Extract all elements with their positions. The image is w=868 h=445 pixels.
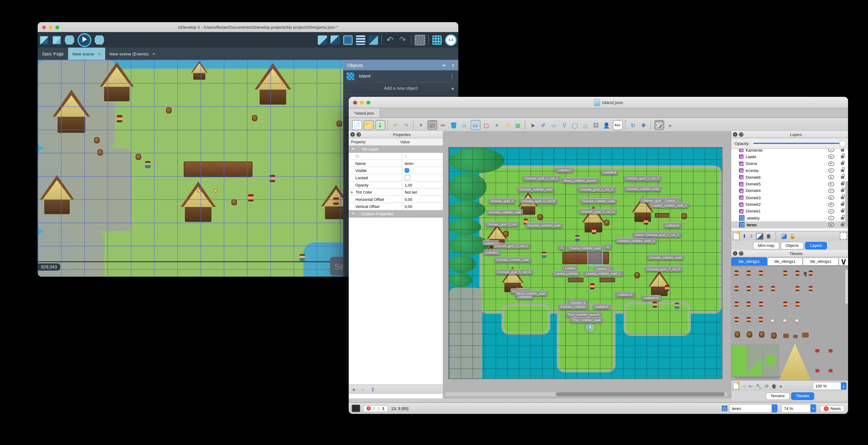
map-zoom-combo[interactable]: 74 % ∨ xyxy=(781,404,816,413)
tileset-view[interactable]: 🗡 xyxy=(731,265,848,380)
tileset-tab-1[interactable]: tile_vikings1 xyxy=(767,257,803,266)
redo-icon[interactable]: ↷ xyxy=(402,121,410,129)
layer-lock-icon[interactable] xyxy=(841,183,844,186)
tileset-viking-sprite[interactable] xyxy=(747,286,751,291)
bottom-tab-terrains[interactable]: Terrains xyxy=(766,392,790,400)
tileset-viking-sprite[interactable] xyxy=(735,301,739,307)
tileset-red-sprite[interactable] xyxy=(829,349,833,352)
property-group-custom[interactable]: ▼Custom Properties xyxy=(349,210,443,218)
debug-icon-2[interactable] xyxy=(95,35,104,44)
layer-visibility-icon[interactable] xyxy=(828,223,834,227)
locked-checkbox[interactable] xyxy=(405,175,410,180)
map-object-label[interactable]: Lawka_collider_wall_1 xyxy=(584,271,623,276)
layers-icon[interactable] xyxy=(369,35,378,44)
tab--p-[interactable]: Śţàŕţ 'Pàĝē xyxy=(38,47,68,60)
new-file-icon[interactable]: 📄 xyxy=(352,120,362,130)
map-object-label[interactable]: collider11 xyxy=(615,292,634,297)
tileset-stone-grass-tile[interactable] xyxy=(762,345,779,377)
object-groups-icon[interactable] xyxy=(331,35,340,44)
eraser-icon[interactable]: ▭ xyxy=(470,120,480,130)
random-mode-icon[interactable]: 🎲 xyxy=(654,120,664,130)
tileset-viking-sprite[interactable] xyxy=(796,271,799,276)
panel-close-icon[interactable]: × xyxy=(733,251,737,256)
add-new-object-button[interactable]: Add a new object + xyxy=(343,83,459,95)
instances-list-icon[interactable] xyxy=(356,35,365,44)
layers-scrollbar[interactable] xyxy=(845,181,848,226)
map-object-label[interactable]: Lawka_collider xyxy=(553,271,580,276)
document-tab[interactable]: *island.json xyxy=(349,108,380,117)
layer-visibility-icon[interactable] xyxy=(828,149,834,152)
map-object-label[interactable]: Domek_graf_5_raf_6 xyxy=(496,269,533,275)
map-horizontal-scrollbar[interactable] xyxy=(445,392,727,396)
layer-lock-icon[interactable] xyxy=(841,217,844,219)
map-object-label[interactable]: Domek_graf_1_raf_2 xyxy=(624,176,661,181)
property-row-horizontal-offset[interactable]: Horizontal Offset0,00 xyxy=(349,196,443,203)
bottom-tab-tilesets[interactable]: Tilesets xyxy=(791,392,814,400)
tileset-viking-sprite[interactable] xyxy=(809,271,813,276)
property-row-locked[interactable]: Locked xyxy=(349,174,443,182)
tab-new-scene-events-[interactable]: New scene (Events)× xyxy=(105,47,159,60)
map-object-label[interactable]: collider8 xyxy=(516,294,533,299)
map-object-label[interactable]: Domek_graf_1_raf_2 xyxy=(493,243,530,248)
remove-layer-icon[interactable]: 🗑 xyxy=(766,233,771,239)
property-row-tint-color[interactable]: ▶Tint ColorNot set xyxy=(349,189,443,196)
tileset-stone-tile[interactable] xyxy=(747,345,763,377)
tileset-viking-sprite[interactable] xyxy=(759,301,763,307)
highlight-current-layer-icon[interactable] xyxy=(840,232,847,240)
panel-float-icon[interactable]: ❐ xyxy=(356,132,361,136)
map-object-label[interactable]: Domek_graf_5_raf_6 xyxy=(520,198,557,203)
tileset-viking-sprite[interactable] xyxy=(735,317,739,322)
map-object-label[interactable]: S xyxy=(559,245,565,250)
tileset-red-sprite[interactable] xyxy=(815,369,819,372)
tab-new-scene[interactable]: New scene× xyxy=(68,47,105,60)
layer-row-kamienie[interactable]: Kamienie xyxy=(731,149,848,154)
overflow-icon[interactable]: » xyxy=(665,121,675,129)
layer-row-scena[interactable]: Scena xyxy=(731,160,848,167)
tileset-barrel-sprite[interactable] xyxy=(759,331,765,338)
map-object-label[interactable]: Kamien_collider_wall xyxy=(526,222,563,228)
duplicate-layer-icon[interactable] xyxy=(756,233,764,240)
tileset-viking-sprite[interactable] xyxy=(796,301,799,307)
close-traffic-light[interactable] xyxy=(42,25,46,29)
undo-icon[interactable]: ↶ xyxy=(391,121,400,129)
edit-tileset-icon[interactable]: 🔧 xyxy=(756,383,762,389)
layer-lock-icon[interactable] xyxy=(841,196,844,199)
minimize-traffic-light[interactable] xyxy=(49,25,53,29)
tileset-viking-sprite[interactable] xyxy=(747,271,751,276)
map-object-label[interactable]: 4 xyxy=(605,244,611,250)
layer-lock-icon[interactable] xyxy=(841,176,844,179)
move-map-icon[interactable]: ✥ xyxy=(639,121,648,129)
stepper-icon[interactable]: ⌃⌃ xyxy=(772,405,777,412)
property-row-id[interactable]: ID1 xyxy=(349,153,443,160)
tileset-viking-sprite[interactable] xyxy=(759,271,763,276)
visible-checkbox[interactable]: ✓ xyxy=(405,168,409,172)
tileset-tabs-dropdown-icon[interactable]: ∨ xyxy=(839,257,848,266)
map-object-label[interactable]: collider7 xyxy=(556,167,574,172)
save-file-icon[interactable]: ⤓ xyxy=(375,120,385,130)
minimize-traffic-light[interactable] xyxy=(360,100,364,104)
map-object-label[interactable]: Kamien_collider xyxy=(558,304,588,309)
tileset-chicken-sprite[interactable] xyxy=(783,319,786,323)
lower-layer-icon[interactable]: ⬇ xyxy=(749,233,753,239)
tileset-viking-sprite[interactable] xyxy=(809,286,813,291)
scene-edit-icon[interactable] xyxy=(343,35,353,44)
news-button[interactable]: ! News xyxy=(820,405,845,412)
map-object-label[interactable]: Lawka_collider_wall_2 xyxy=(650,202,689,208)
opacity-slider[interactable] xyxy=(753,142,845,144)
remove-property-icon[interactable]: − xyxy=(361,386,365,393)
map-object-label[interactable]: Domek_graf_5_raf_6 xyxy=(645,266,682,272)
map-view[interactable]: collider7collider4Domek_graf_1_raf_2Bees… xyxy=(443,131,731,398)
export-tileset-icon[interactable]: ⇤ xyxy=(749,383,753,389)
lock-layer-icon[interactable]: 🔒 xyxy=(789,233,796,239)
close-icon[interactable]: × xyxy=(452,62,455,68)
property-row-visible[interactable]: Visible✓ xyxy=(349,167,443,174)
zoom-traffic-light[interactable] xyxy=(367,100,370,104)
rotate-icon[interactable]: ↻ xyxy=(628,121,638,129)
play-icon[interactable] xyxy=(78,33,91,47)
tileset-debris-sprite[interactable] xyxy=(802,332,809,338)
property-group-tile-layer[interactable]: ▼Tile Layer xyxy=(349,146,443,153)
layer-lock-icon[interactable] xyxy=(841,149,844,152)
terrain-brush-icon[interactable]: ✏ xyxy=(439,121,447,129)
tileset-viking-sprite[interactable] xyxy=(735,286,739,291)
edit-polygons-icon[interactable]: ✐ xyxy=(539,121,548,129)
